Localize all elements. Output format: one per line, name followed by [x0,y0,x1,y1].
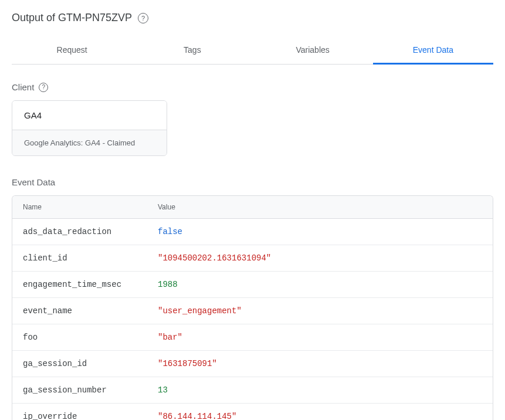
help-icon[interactable]: ? [39,83,48,92]
tab-request[interactable]: Request [12,37,132,65]
help-icon[interactable]: ? [138,13,148,23]
event-data-title: Event Data [12,177,493,187]
cell-name: ga_session_id [12,351,147,377]
table-header: Name Value [12,196,493,219]
client-section-header: Client ? [12,82,493,92]
client-subtitle: Google Analytics: GA4 - Claimed [24,138,155,147]
cell-value: 1988 [147,272,493,297]
cell-value: false [147,219,493,245]
table-row[interactable]: ads_data_redactionfalse [12,219,493,245]
tab-variables[interactable]: Variables [253,37,373,65]
cell-name: client_id [12,245,147,271]
cell-value: "1631875091" [147,351,493,377]
table-row[interactable]: foo"bar" [12,324,493,351]
cell-name: event_name [12,298,147,324]
client-card[interactable]: GA4 Google Analytics: GA4 - Claimed [12,100,167,156]
cell-name: ads_data_redaction [12,219,147,245]
tab-event-data[interactable]: Event Data [373,37,493,65]
client-name: GA4 [24,110,155,120]
cell-value: "1094500202.1631631094" [147,245,493,271]
tab-tags[interactable]: Tags [132,37,252,65]
cell-name: engagement_time_msec [12,272,147,297]
cell-value: "bar" [147,324,493,350]
table-row[interactable]: engagement_time_msec1988 [12,272,493,298]
cell-name: ip_override [12,404,147,420]
client-card-bottom: Google Analytics: GA4 - Claimed [12,130,167,155]
column-header-name[interactable]: Name [12,196,147,218]
table-row[interactable]: ga_session_number13 [12,377,493,404]
cell-value: "user_engagement" [147,298,493,324]
cell-name: foo [12,324,147,350]
event-data-table: Name Value ads_data_redactionfalseclient… [12,195,493,420]
table-row[interactable]: ip_override"86.144.114.145" [12,404,493,420]
column-header-value[interactable]: Value [147,196,493,218]
page-title-row: Output of GTM-PN75ZVP ? [12,12,493,24]
cell-name: ga_session_number [12,377,147,403]
tab-bar: RequestTagsVariablesEvent Data [12,37,493,65]
table-row[interactable]: ga_session_id"1631875091" [12,351,493,377]
table-row[interactable]: client_id"1094500202.1631631094" [12,245,493,272]
table-row[interactable]: event_name"user_engagement" [12,298,493,324]
client-section-label: Client [12,82,34,92]
client-card-top: GA4 [12,101,167,130]
page-title: Output of GTM-PN75ZVP [12,12,132,24]
cell-value: "86.144.114.145" [147,404,493,420]
cell-value: 13 [147,377,493,403]
